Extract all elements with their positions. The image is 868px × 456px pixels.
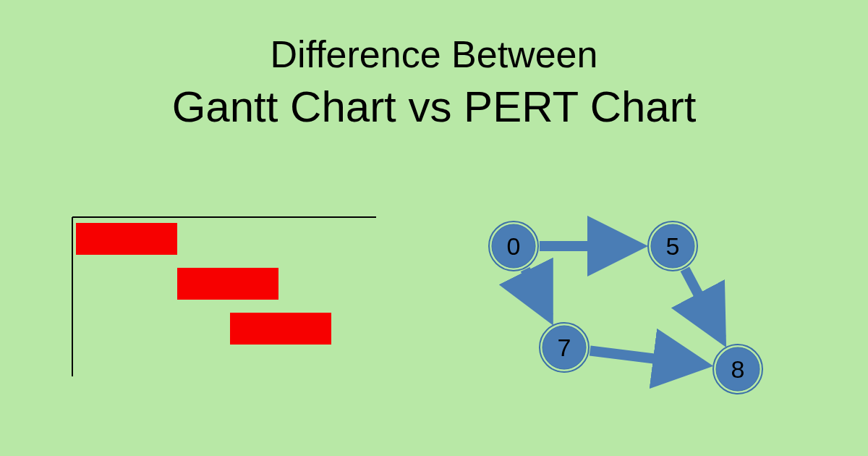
pert-node-label: 8 xyxy=(731,355,745,383)
pert-node-label: 0 xyxy=(507,232,521,260)
gantt-bar xyxy=(76,223,177,255)
pert-edge xyxy=(685,269,722,339)
pert-chart-icon: 0578 xyxy=(463,210,796,420)
pert-edge xyxy=(525,269,548,316)
diagrams-container: 0578 xyxy=(0,203,868,456)
gantt-chart-icon xyxy=(58,210,391,384)
title-block: Difference Between Gantt Chart vs PERT C… xyxy=(0,0,868,132)
gantt-bar xyxy=(230,313,331,345)
gantt-bar xyxy=(177,268,278,300)
title-line1: Difference Between xyxy=(0,33,868,76)
title-line2: Gantt Chart vs PERT Chart xyxy=(0,82,868,132)
pert-node-label: 7 xyxy=(558,334,571,361)
pert-edge xyxy=(590,350,704,365)
pert-node-label: 5 xyxy=(666,232,680,260)
